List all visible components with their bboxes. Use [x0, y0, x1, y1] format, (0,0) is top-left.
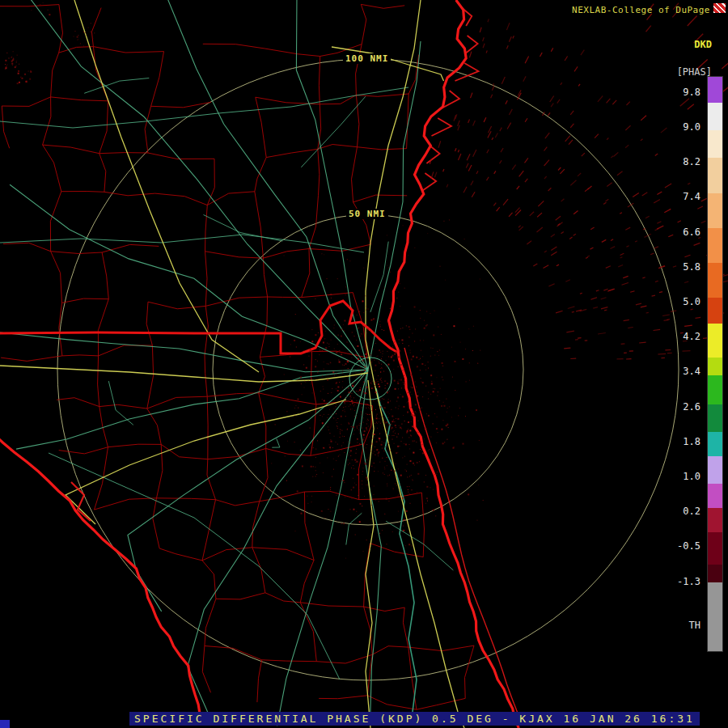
colorbar-segment	[708, 582, 722, 651]
colorbar-segment	[708, 193, 722, 228]
product-caption: SPECIFIC DIFFERENTIAL PHASE (KDP) 0.5 DE…	[129, 712, 700, 726]
colorbar-tick-labels: 9.8 9.0 8.2 7.4 6.6 5.8 5.0 4.2 3.4 2.6 …	[665, 0, 700, 728]
colorbar-segment	[708, 158, 722, 193]
colorbar-segment	[708, 130, 722, 158]
cod-logo-icon	[713, 3, 726, 13]
colorbar-segment	[708, 375, 722, 404]
colorbar-segment	[708, 77, 722, 103]
colorbar-tick: 1.0	[665, 470, 700, 483]
colorbar-threshold-label: TH	[689, 620, 700, 631]
colorbar-segment	[708, 324, 722, 358]
radar-display: 100 NMI 50 NMI NEXLAB-College of DuPage …	[0, 0, 728, 728]
colorbar-segment	[708, 298, 722, 324]
colorbar-tick: 7.4	[665, 190, 700, 203]
colorbar-tick: 6.6	[665, 226, 700, 239]
range-ring-label-50nmi: 50 NMI	[346, 209, 388, 219]
colorbar-tick: 8.2	[665, 155, 700, 168]
colorbar-tick: 9.0	[665, 121, 700, 133]
colorbar-tick: 1.8	[665, 435, 700, 448]
colorbar-segment	[708, 532, 722, 565]
colorbar-tick: 5.8	[665, 260, 700, 273]
range-ring-label-100nmi: 100 NMI	[343, 53, 391, 64]
colorbar-tick: -0.5	[665, 540, 700, 552]
colorbar-segment	[708, 263, 722, 298]
colorbar-segment	[708, 508, 722, 532]
colorbar-segment	[708, 565, 722, 582]
colorbar-segment	[708, 404, 722, 432]
roads-rivers	[0, 0, 453, 726]
colorbar-tick: 3.4	[665, 365, 700, 378]
corner-mark	[0, 720, 10, 728]
colorbar-tick: 0.2	[665, 505, 700, 518]
colorbar	[708, 77, 722, 651]
highways	[0, 0, 464, 728]
colorbar-segment	[708, 103, 722, 130]
colorbar-segment	[708, 432, 722, 456]
colorbar-segment	[708, 456, 722, 484]
colorbar-tick: 2.6	[665, 400, 700, 413]
radar-map	[0, 0, 728, 728]
colorbar-tick: 9.8	[665, 86, 700, 99]
colorbar-segment	[708, 484, 722, 508]
colorbar-tick: -1.3	[665, 575, 700, 588]
state-line	[0, 301, 398, 353]
colorbar-segment	[708, 228, 722, 263]
colorbar-segment	[708, 358, 722, 375]
colorbar-tick: 5.0	[665, 295, 700, 308]
colorbar-tick: 4.2	[665, 330, 700, 343]
